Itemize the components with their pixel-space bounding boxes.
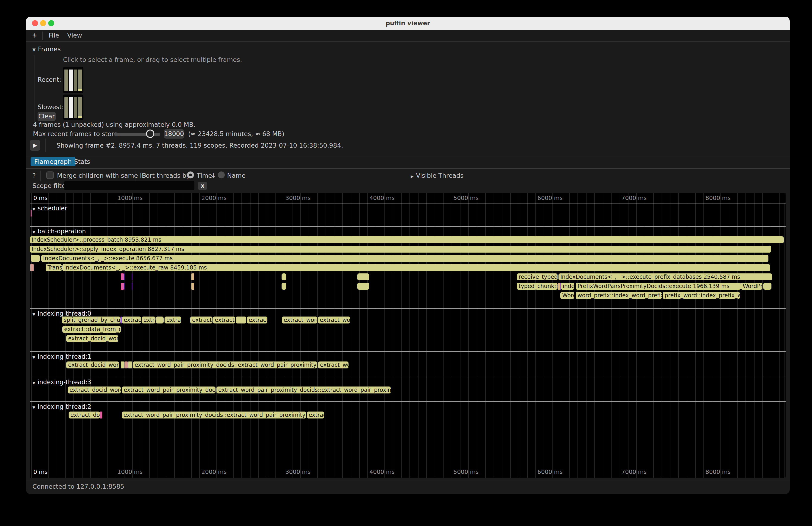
flamegraph-scope-bar[interactable] xyxy=(125,362,128,368)
flamegraph-scope-bar[interactable]: extract_word xyxy=(282,317,317,323)
flamegraph-scope-bar[interactable]: extract_doc xyxy=(69,411,100,419)
flamegraph-scope-bar[interactable]: IndexDocuments<_, _>::execute_raw 8459.1… xyxy=(62,264,770,271)
flamegraph-scope-bar[interactable]: extract_word_pair_proximity_docids::extr… xyxy=(133,362,317,368)
flamegraph-scope-bar[interactable]: IndexDocuments<_, _>::execute_prefix_dat… xyxy=(559,274,772,280)
flamegraph-scope-bar[interactable]: index xyxy=(561,283,574,290)
thread-header-indexing-thread:2[interactable]: ▼indexing-thread:2 xyxy=(32,403,91,410)
flamegraph-scope-bar[interactable]: Trans xyxy=(46,264,62,271)
flamegraph-scope-bar[interactable] xyxy=(357,274,369,280)
flamegraph-scope-bar[interactable]: IndexDocuments<_, _>::execute 8656.677 m… xyxy=(41,255,768,262)
sort-name-radio[interactable] xyxy=(218,172,225,178)
flamegraph-scope-bar[interactable]: WordPr xyxy=(741,283,763,290)
flamegraph-scope-bar[interactable] xyxy=(100,411,102,419)
play-button[interactable]: ▶ xyxy=(30,140,40,151)
flamegraph-scope-bar[interactable]: extract_wo xyxy=(318,317,350,323)
flamegraph-scope-bar[interactable] xyxy=(121,362,124,368)
flamegraph-scope-bar[interactable]: extract_word_pair_proximity_docids::extr… xyxy=(216,386,391,393)
thread-header-batch-operation[interactable]: ▼batch-operation xyxy=(32,228,86,235)
flamegraph-scope-bar[interactable] xyxy=(121,274,124,280)
flamegraph-scope-bar[interactable] xyxy=(124,283,125,290)
flamegraph-scope-bar[interactable]: extrac xyxy=(307,411,324,419)
frame-thumbnail-bar[interactable] xyxy=(69,70,73,91)
slowest-frames-thumbnail[interactable] xyxy=(63,94,84,120)
frame-thumbnail-bar[interactable] xyxy=(74,97,78,118)
axis-tick-label-bottom: 2000 ms xyxy=(201,469,227,475)
flamegraph-scope-bar[interactable] xyxy=(156,317,164,323)
clear-button[interactable]: Clear xyxy=(38,112,56,121)
flamegraph-scope-bar[interactable] xyxy=(124,274,125,280)
flamegraph-scope-bar[interactable]: extract_docid_word xyxy=(66,335,118,342)
flamegraph-scope-bar[interactable]: extract xyxy=(247,317,267,323)
flamegraph-scope-bar[interactable]: extract_word_pair_proximity_docids xyxy=(122,386,216,393)
theme-toggle-icon[interactable]: ☀ xyxy=(31,30,37,41)
flamegraph-scope-bar[interactable] xyxy=(121,283,124,290)
flamegraph-scope-bar[interactable] xyxy=(191,283,194,290)
flamegraph-scope-bar[interactable]: IndexScheduler>::apply_index_operation 8… xyxy=(30,246,771,252)
merge-children-checkbox[interactable] xyxy=(46,172,54,179)
flamegraph-scope-bar[interactable]: prefix_word::index_prefix_wo xyxy=(663,292,740,299)
gridline xyxy=(426,193,427,478)
flamegraph-scope-bar[interactable] xyxy=(281,283,286,290)
frames-section-header[interactable]: ▼Frames xyxy=(32,45,61,53)
scope-filter-clear-button[interactable]: x xyxy=(198,182,207,190)
flamegraph-scope-bar[interactable]: extract_docid_word xyxy=(66,362,119,368)
flamegraph-scope-bar[interactable]: word_prefix::index_word_prefix_ xyxy=(576,292,662,299)
visible-threads-header[interactable]: ▶Visible Threads xyxy=(411,172,463,179)
flamegraph-scope-bar[interactable] xyxy=(132,274,132,280)
thread-section-separator xyxy=(30,377,786,377)
gridline xyxy=(242,193,242,478)
flamegraph-scope-bar[interactable]: typed_chunk::w xyxy=(517,283,557,290)
flamegraph-scope-bar[interactable]: extract_wo xyxy=(318,362,349,368)
flamegraph-scope-bar[interactable] xyxy=(357,283,369,290)
scope-filter-input[interactable] xyxy=(64,181,194,190)
thread-header-indexing-thread:0[interactable]: ▼indexing-thread:0 xyxy=(32,310,91,317)
frame-thumbnail-bar[interactable] xyxy=(69,97,73,118)
flamegraph-scope-bar[interactable] xyxy=(30,264,33,271)
frame-thumbnail-bar[interactable] xyxy=(64,70,68,91)
max-frames-value[interactable]: 18000 xyxy=(164,129,184,138)
gridline xyxy=(409,193,410,478)
flamegraph-scope-bar[interactable]: extract::data_from_ob xyxy=(62,326,121,333)
flamegraph-scope-bar[interactable] xyxy=(191,274,194,280)
menu-view[interactable]: View xyxy=(67,30,82,41)
thread-header-scheduler[interactable]: ▼scheduler xyxy=(32,205,67,212)
flamegraph-scope-bar[interactable] xyxy=(132,283,132,290)
help-button[interactable]: ? xyxy=(32,172,36,179)
flamegraph-scope-bar[interactable] xyxy=(120,317,122,323)
flamegraph-scope-bar[interactable]: extrac xyxy=(164,317,181,323)
flamegraph-scope-bar[interactable]: Word xyxy=(560,292,574,299)
flamegraph-scope-bar[interactable]: extract xyxy=(122,317,141,323)
flamegraph-scope-bar[interactable] xyxy=(128,362,132,368)
max-frames-slider-knob[interactable] xyxy=(146,130,154,138)
tab-stats[interactable]: Stats xyxy=(72,157,92,166)
flamegraph-scope-bar[interactable]: extract_word_pair_proximity_docids::extr… xyxy=(122,411,306,419)
recent-frames-thumbnail[interactable] xyxy=(63,67,84,93)
flamegraph-canvas[interactable]: 0 ms0 ms1000 ms1000 ms2000 ms2000 ms3000… xyxy=(30,193,786,478)
flamegraph-scope-bar[interactable]: extra xyxy=(142,317,156,323)
flamegraph-scope-bar[interactable] xyxy=(236,317,246,323)
flamegraph-scope-bar[interactable] xyxy=(558,283,560,290)
sort-time-radio[interactable] xyxy=(187,172,194,178)
flamegraph-scope-bar[interactable] xyxy=(31,255,40,262)
frame-thumbnail-bar[interactable] xyxy=(64,97,68,118)
flamegraph-scope-bar[interactable]: extract_ xyxy=(190,317,213,323)
flamegraph-scope-bar[interactable]: extract_docid_word xyxy=(68,386,121,393)
flamegraph-scope-bar[interactable] xyxy=(763,283,771,290)
frame-thumbnail-bar[interactable] xyxy=(78,97,82,118)
flamegraph-scope-bar[interactable]: extract_ xyxy=(213,317,235,323)
flamegraph-scope-bar[interactable]: PrefixWordPairsProximityDocids::execute … xyxy=(576,283,741,290)
thread-header-indexing-thread:3[interactable]: ▼indexing-thread:3 xyxy=(32,379,91,385)
flamegraph-scope-bar[interactable] xyxy=(31,210,31,217)
sort-direction-arrow-icon[interactable]: ↓ xyxy=(211,172,216,179)
flamegraph-scope-bar[interactable] xyxy=(281,274,286,280)
collapse-triangle-icon: ▼ xyxy=(32,207,35,211)
frame-thumbnail-bar[interactable] xyxy=(74,70,78,91)
menu-file[interactable]: File xyxy=(49,30,59,41)
frame-thumbnail-bar[interactable] xyxy=(78,70,82,91)
flamegraph-scope-bar[interactable]: split_grenad_by_chun xyxy=(62,317,120,323)
flamegraph-scope-bar[interactable]: receive_typed_ xyxy=(517,274,557,280)
tab-flamegraph[interactable]: Flamegraph xyxy=(31,157,75,166)
flamegraph-scope-bar[interactable]: IndexScheduler>::process_batch 8953.821 … xyxy=(30,236,784,243)
thread-header-indexing-thread:1[interactable]: ▼indexing-thread:1 xyxy=(32,353,91,360)
gridline xyxy=(494,193,494,478)
